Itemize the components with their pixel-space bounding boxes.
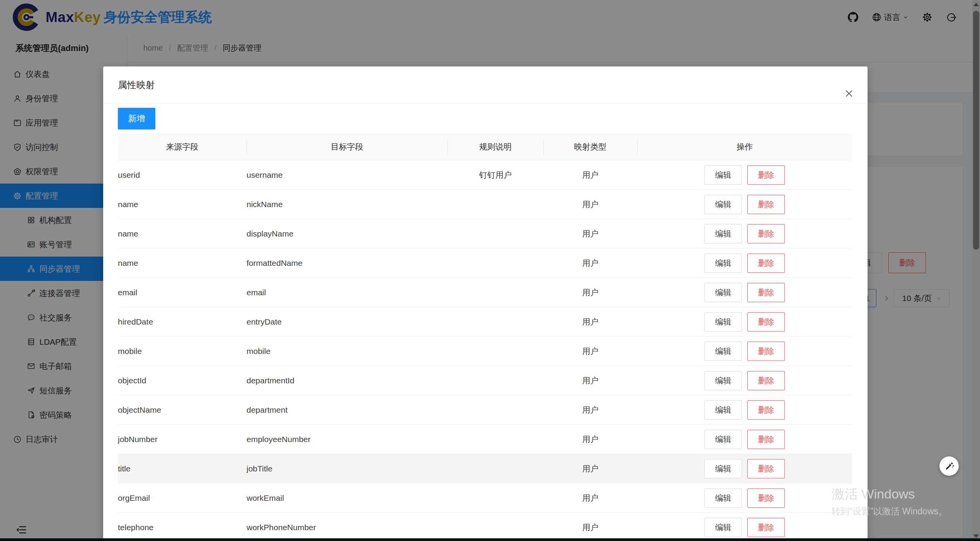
delete-button[interactable]: 删除 (747, 518, 785, 537)
cell-target-field: formattedName (247, 259, 447, 268)
cell-actions: 编辑 删除 (637, 371, 852, 390)
cell-source-field: name (118, 229, 247, 238)
cell-target-field: username (247, 170, 447, 180)
cell-target-field: workPhoneNumber (247, 523, 447, 532)
edit-button[interactable]: 编辑 (704, 371, 742, 390)
table-row: name displayName 用户 编辑 删除 (118, 219, 852, 248)
column-header-target: 目标字段 (247, 133, 447, 160)
table-body: userid username 钉钉用户 用户 编辑 删除 name nickN… (118, 160, 852, 541)
edit-button[interactable]: 编辑 (704, 195, 742, 214)
cell-actions: 编辑 删除 (637, 459, 852, 478)
modal-title: 属性映射 (118, 66, 155, 104)
edit-button[interactable]: 编辑 (704, 165, 742, 185)
magic-wand-icon (944, 461, 954, 471)
delete-button[interactable]: 删除 (747, 253, 785, 273)
magic-wand-fab[interactable] (939, 456, 959, 476)
cell-mapping-type: 用户 (543, 375, 637, 386)
table-row: orgEmail workEmail 用户 编辑 删除 (118, 483, 852, 513)
table-row: name formattedName 用户 编辑 删除 (118, 248, 852, 278)
table-row: title jobTitle 用户 编辑 删除 (118, 454, 852, 483)
cell-actions: 编辑 删除 (637, 195, 852, 214)
table-row: email email 用户 编辑 删除 (118, 278, 852, 307)
cell-target-field: employeeNumber (247, 435, 447, 444)
delete-button[interactable]: 删除 (747, 195, 785, 214)
table-row: mobile mobile 用户 编辑 删除 (118, 337, 852, 366)
delete-button[interactable]: 删除 (747, 224, 785, 243)
attribute-mapping-modal: 属性映射 新增 来源字段 目标字段 规则说明 映射类型 操作 userid us… (103, 66, 868, 541)
cell-source-field: hiredDate (118, 317, 247, 327)
edit-button[interactable]: 编辑 (704, 253, 742, 273)
cell-source-field: objectId (118, 376, 247, 385)
delete-button[interactable]: 删除 (747, 342, 785, 361)
cell-actions: 编辑 删除 (637, 342, 852, 361)
cell-target-field: email (247, 288, 447, 297)
delete-button[interactable]: 删除 (747, 312, 785, 332)
delete-button[interactable]: 删除 (747, 283, 785, 302)
cell-source-field: objectName (118, 405, 247, 415)
edit-button[interactable]: 编辑 (704, 518, 742, 537)
cell-target-field: mobile (247, 347, 447, 356)
cell-mapping-type: 用户 (543, 493, 637, 504)
cell-source-field: mobile (118, 347, 247, 356)
delete-button[interactable]: 删除 (747, 488, 785, 508)
cell-source-field: orgEmail (118, 493, 247, 503)
window-bottom-edge (0, 538, 980, 541)
column-header-type: 映射类型 (543, 133, 637, 160)
cell-actions: 编辑 删除 (637, 430, 852, 449)
edit-button[interactable]: 编辑 (704, 488, 742, 508)
column-header-actions: 操作 (637, 133, 852, 160)
delete-button[interactable]: 删除 (747, 459, 785, 478)
cell-mapping-type: 用户 (543, 258, 637, 269)
delete-button[interactable]: 删除 (747, 371, 785, 390)
edit-button[interactable]: 编辑 (704, 224, 742, 243)
cell-source-field: title (118, 464, 247, 473)
table-row: name nickName 用户 编辑 删除 (118, 190, 852, 219)
cell-source-field: jobNumber (118, 435, 247, 444)
cell-mapping-type: 用户 (543, 316, 637, 327)
cell-mapping-type: 用户 (543, 522, 637, 533)
table-row: jobNumber employeeNumber 用户 编辑 删除 (118, 425, 852, 454)
edit-button[interactable]: 编辑 (704, 400, 742, 420)
cell-target-field: jobTitle (247, 464, 447, 473)
cell-target-field: entryDate (247, 317, 447, 327)
cell-actions: 编辑 删除 (637, 518, 852, 537)
add-button[interactable]: 新增 (118, 108, 155, 129)
cell-source-field: userid (118, 170, 247, 180)
cell-mapping-type: 用户 (543, 405, 637, 415)
cell-target-field: displayName (247, 229, 447, 238)
cell-rule: 钉钉用户 (447, 170, 543, 180)
table-header-row: 来源字段 目标字段 规则说明 映射类型 操作 (118, 133, 852, 160)
cell-actions: 编辑 删除 (637, 224, 852, 243)
table-row: telephone workPhoneNumber 用户 编辑 删除 (118, 513, 852, 541)
cell-mapping-type: 用户 (543, 228, 637, 239)
cell-mapping-type: 用户 (543, 287, 637, 298)
cell-mapping-type: 用户 (543, 170, 637, 180)
cell-mapping-type: 用户 (543, 463, 637, 474)
table-row: hiredDate entryDate 用户 编辑 删除 (118, 307, 852, 337)
cell-target-field: workEmail (247, 493, 447, 503)
cell-actions: 编辑 删除 (637, 312, 852, 332)
edit-button[interactable]: 编辑 (704, 312, 742, 332)
column-header-rule: 规则说明 (447, 133, 543, 160)
modal-header: 属性映射 (103, 66, 868, 104)
cell-source-field: telephone (118, 523, 247, 532)
edit-button[interactable]: 编辑 (704, 342, 742, 361)
cell-target-field: departmentId (247, 376, 447, 385)
screen: MaxKey 身份安全管理系统 语言 (0, 0, 980, 541)
edit-button[interactable]: 编辑 (704, 459, 742, 478)
cell-actions: 编辑 删除 (637, 253, 852, 273)
cell-actions: 编辑 删除 (637, 400, 852, 420)
cell-target-field: department (247, 405, 447, 415)
cell-mapping-type: 用户 (543, 434, 637, 445)
cell-mapping-type: 用户 (543, 199, 637, 210)
edit-button[interactable]: 编辑 (704, 283, 742, 302)
delete-button[interactable]: 删除 (747, 430, 785, 449)
cell-actions: 编辑 删除 (637, 283, 852, 302)
cell-source-field: name (118, 200, 247, 209)
close-icon[interactable] (841, 86, 857, 101)
cell-target-field: nickName (247, 200, 447, 209)
delete-button[interactable]: 删除 (747, 165, 785, 185)
table-row: objectName department 用户 编辑 删除 (118, 395, 852, 425)
edit-button[interactable]: 编辑 (704, 430, 742, 449)
delete-button[interactable]: 删除 (747, 400, 785, 420)
